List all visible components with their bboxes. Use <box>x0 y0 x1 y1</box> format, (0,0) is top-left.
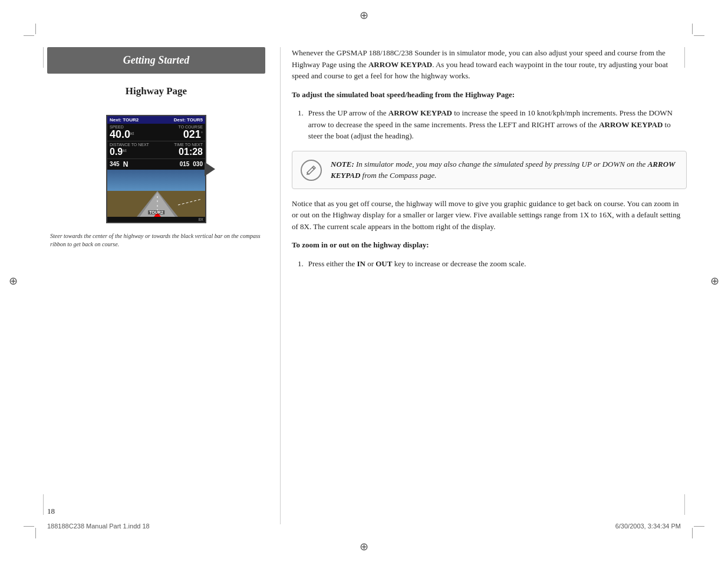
gps-compass-left: 345 <box>110 161 120 167</box>
gps-display: Next: TOUR2 Dest: TOUR5 SPEED 40.0 kt TO… <box>106 115 206 223</box>
note-svg-icon <box>305 164 317 176</box>
section-heading-2: To zoom in or out on the highway display… <box>292 239 687 251</box>
crop-mark-tl-v <box>35 24 36 34</box>
column-divider <box>280 47 281 524</box>
crop-mark-bl-h <box>24 526 34 527</box>
gps-waypoint-label: TOUR2 <box>148 210 164 214</box>
reg-mark-top: ⊕ <box>360 9 368 22</box>
note-label: NOTE: <box>331 160 354 168</box>
crop-mark-tr-h <box>694 35 704 36</box>
step-1-number: 1. <box>298 107 304 142</box>
gps-course-value-row: 021 ° <box>159 129 203 140</box>
left-column: Getting Started Highway Page Next: TOUR2… <box>47 47 265 249</box>
gps-compass-row: 345 N 015 030 <box>107 158 205 170</box>
step-1-content: Press the UP arrow of the ARROW KEYPAD t… <box>308 107 687 142</box>
highway-page-title: Highway Page <box>47 85 265 97</box>
margin-line-left-bottom <box>43 494 44 515</box>
out-key-ref: OUT <box>375 259 392 268</box>
margin-line-right-bottom <box>684 494 685 515</box>
gps-compass-dir: N <box>123 160 129 168</box>
margin-line-left-top <box>43 47 44 68</box>
crop-mark-bl-v <box>35 528 36 538</box>
gps-course-block: TO COURSE 021 ° <box>156 124 205 141</box>
gps-time-label: TIME TO NEXT <box>159 143 203 147</box>
reg-mark-left: ⊕ <box>9 275 18 287</box>
gps-highway-svg <box>107 170 205 217</box>
gps-speed-block: SPEED 40.0 kt <box>107 124 156 141</box>
gps-dist-label: DISTANCE TO NEXT <box>110 143 154 147</box>
getting-started-banner: Getting Started <box>47 47 265 74</box>
note-icon <box>301 160 322 181</box>
gps-dist-value-row: 0.9 kt <box>110 147 154 157</box>
gps-dist-row: DISTANCE TO NEXT 0.9 kt TIME TO NEXT 01:… <box>107 141 205 158</box>
gps-speed-value: 40.0 <box>110 129 130 140</box>
gps-display-wrapper: Next: TOUR2 Dest: TOUR5 SPEED 40.0 kt TO… <box>47 115 265 223</box>
page-number: 18 <box>47 507 55 516</box>
gps-compass-r1: 015 <box>180 161 190 167</box>
section-heading-1: To adjust the simulated boat speed/headi… <box>292 89 687 101</box>
svg-line-5 <box>178 199 202 205</box>
gps-scale-row: 8X <box>107 217 205 222</box>
gps-dist-unit: kt <box>123 148 126 153</box>
gps-speed-unit: kt <box>130 131 134 136</box>
arrow-keypad-ref1: ARROW KEYPAD <box>368 60 432 69</box>
gps-compass-vals: 345 N <box>110 160 128 168</box>
right-column: Whenever the GPSMAP 188/188C/238 Sounder… <box>292 47 687 275</box>
gps-course-value: 021 <box>183 129 201 140</box>
gps-dist-value: 0.9 <box>110 147 123 157</box>
arrow-keypad-ref4: ARROW KEYPAD <box>331 160 675 180</box>
step-2-number: 1. <box>298 258 304 270</box>
crop-mark-tr-v <box>692 24 693 34</box>
gps-course-degree: ° <box>201 131 203 136</box>
in-key-ref: IN <box>357 259 365 268</box>
gps-highway-view: TOUR2 <box>107 170 205 217</box>
gps-header: Next: TOUR2 Dest: TOUR5 <box>107 116 205 124</box>
gps-compass-right: 015 030 <box>180 161 203 167</box>
gps-arrow-indicator <box>205 162 215 176</box>
gps-speed-value-row: 40.0 kt <box>110 129 154 140</box>
reg-mark-bottom: ⊕ <box>360 540 368 553</box>
crop-mark-br-v <box>692 528 693 538</box>
gps-scale-text: 8X <box>198 217 203 222</box>
gps-speed-row: SPEED 40.0 kt TO COURSE 021 ° <box>107 124 205 141</box>
gps-next-label: Next: TOUR2 <box>110 117 139 123</box>
gps-dest-label: Dest: TOUR5 <box>174 117 203 123</box>
arrow-keypad-ref2: ARROW KEYPAD <box>388 108 452 117</box>
crop-mark-tl-h <box>24 35 34 36</box>
gps-time-block: TIME TO NEXT 01:28 <box>156 141 205 158</box>
footer-right: 6/30/2003, 3:34:34 PM <box>615 523 681 530</box>
gps-device-container: Next: TOUR2 Dest: TOUR5 SPEED 40.0 kt TO… <box>106 115 206 223</box>
gps-caption: Steer towards the center of the highway … <box>47 232 265 249</box>
gps-compass-r2: 030 <box>193 161 203 167</box>
step-2-content: Press either the IN or OUT key to increa… <box>308 258 526 270</box>
footer-left: 188188C238 Manual Part 1.indd 18 <box>47 523 150 530</box>
crop-mark-br-h <box>694 526 704 527</box>
arrow-keypad-ref3: ARROW KEYPAD <box>599 120 663 129</box>
note-box: NOTE: In simulator mode, you may also ch… <box>292 151 687 189</box>
paragraph-2: Notice that as you get off course, the h… <box>292 198 687 233</box>
gps-dist-block: DISTANCE TO NEXT 0.9 kt <box>107 141 156 158</box>
step-2: 1. Press either the IN or OUT key to inc… <box>292 258 687 270</box>
note-text: NOTE: In simulator mode, you may also ch… <box>331 158 678 181</box>
step-1: 1. Press the UP arrow of the ARROW KEYPA… <box>292 107 687 142</box>
gps-time-value: 01:28 <box>159 147 203 157</box>
reg-mark-right: ⊕ <box>710 275 719 287</box>
intro-paragraph: Whenever the GPSMAP 188/188C/238 Sounder… <box>292 47 687 82</box>
